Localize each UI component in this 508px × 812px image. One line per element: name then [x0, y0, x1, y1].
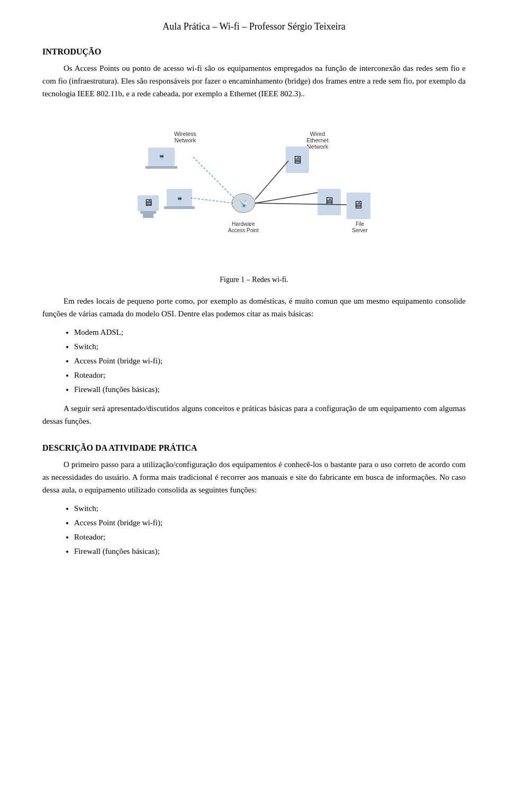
- svg-text:Server: Server: [352, 227, 368, 233]
- list-item: Roteador;: [74, 530, 466, 544]
- intro-section: INTRODUÇÃO Os Access Points ou ponto de …: [42, 47, 466, 427]
- svg-text:Ethernet: Ethernet: [306, 137, 329, 143]
- svg-text:File: File: [356, 221, 365, 227]
- description-section: DESCRIÇÃO DA ATIVIDADE PRÁTICA O primeir…: [42, 443, 466, 559]
- svg-rect-18: [164, 206, 195, 209]
- svg-text:📡: 📡: [239, 199, 249, 208]
- svg-text:🖥: 🖥: [324, 195, 334, 207]
- svg-text:💻: 💻: [177, 196, 183, 202]
- svg-text:Wired: Wired: [310, 131, 325, 137]
- svg-rect-0: [116, 111, 392, 269]
- svg-rect-15: [143, 214, 153, 218]
- svg-text:Access Point: Access Point: [228, 227, 259, 233]
- list-item: Access Point (bridge wi-fi);: [74, 516, 466, 530]
- page-title: Aula Prática – Wi-fi – Professor Sérgio …: [42, 21, 466, 32]
- list-item: Roteador;: [74, 368, 466, 382]
- intro-paragraph-2: Em redes locais de pequeno porte como, p…: [42, 295, 466, 320]
- svg-text:Network: Network: [175, 137, 196, 143]
- svg-text:Network: Network: [307, 143, 329, 150]
- list-item: Access Point (bridge wi-fi);: [74, 354, 466, 368]
- description-paragraph-1: O primeiro passo para a utilização/confi…: [42, 458, 466, 496]
- svg-text:Wireless: Wireless: [174, 131, 197, 137]
- list-item: Firewall (funções básicas);: [74, 382, 466, 397]
- list-item: Firewall (funções básicas);: [74, 544, 466, 559]
- figure-container: Wireless Network Wired Ethernet Network …: [42, 111, 466, 284]
- intro-paragraph-3: A seguir será apresentado/discutidos alg…: [42, 402, 466, 427]
- svg-text:💻: 💻: [159, 153, 165, 160]
- network-diagram: Wireless Network Wired Ethernet Network …: [116, 111, 392, 269]
- description-heading: DESCRIÇÃO DA ATIVIDADE PRÁTICA: [42, 443, 466, 453]
- svg-rect-11: [146, 166, 177, 169]
- figure-caption: Figure 1 – Redes wi-fi.: [42, 276, 466, 284]
- intro-paragraph-1: Os Access Points ou ponto de acesso wi-f…: [42, 62, 466, 100]
- list-item: Modem ADSL;: [74, 325, 466, 340]
- svg-text:🖥: 🖥: [353, 199, 364, 211]
- intro-bullet-list: Modem ADSL; Switch; Access Point (bridge…: [74, 325, 466, 397]
- list-item: Switch;: [74, 340, 466, 354]
- intro-heading: INTRODUÇÃO: [42, 47, 466, 57]
- svg-text:🖥: 🖥: [143, 197, 153, 208]
- svg-text:🖥: 🖥: [292, 154, 303, 166]
- svg-rect-14: [140, 211, 156, 214]
- svg-text:Hardware: Hardware: [232, 221, 255, 227]
- list-item: Switch;: [74, 501, 466, 516]
- description-bullet-list: Switch; Access Point (bridge wi-fi); Rot…: [74, 501, 466, 559]
